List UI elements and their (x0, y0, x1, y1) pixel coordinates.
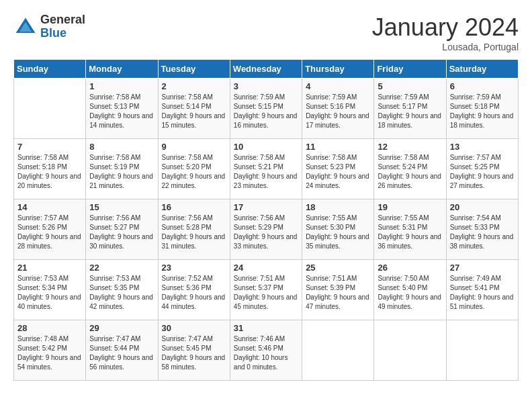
day-number: 25 (306, 263, 370, 273)
header-tuesday: Tuesday (158, 60, 230, 79)
month-title: January 2024 (372, 13, 519, 42)
day-number: 22 (89, 263, 154, 273)
day-detail: Sunrise: 7:58 AM Sunset: 5:18 PM Dayligh… (17, 153, 82, 191)
day-number: 1 (89, 81, 154, 91)
calendar-table: SundayMondayTuesdayWednesdayThursdayFrid… (13, 59, 519, 381)
calendar-cell: 17Sunrise: 7:56 AM Sunset: 5:29 PM Dayli… (230, 199, 302, 260)
logo-text: General Blue (40, 13, 85, 40)
calendar-cell: 3Sunrise: 7:59 AM Sunset: 5:15 PM Daylig… (230, 79, 302, 139)
calendar-header: SundayMondayTuesdayWednesdayThursdayFrid… (14, 60, 519, 79)
day-number: 17 (234, 202, 298, 212)
header-friday: Friday (374, 60, 446, 79)
day-number: 7 (17, 142, 82, 152)
location: Lousada, Portugal (372, 42, 519, 52)
day-number: 6 (450, 81, 515, 91)
day-number: 30 (162, 323, 226, 333)
title-block: January 2024 Lousada, Portugal (372, 13, 519, 52)
day-detail: Sunrise: 7:58 AM Sunset: 5:20 PM Dayligh… (162, 153, 226, 191)
day-number: 18 (306, 202, 370, 212)
day-number: 5 (378, 81, 442, 91)
day-detail: Sunrise: 7:46 AM Sunset: 5:46 PM Dayligh… (234, 334, 298, 372)
day-number: 31 (234, 323, 298, 333)
day-detail: Sunrise: 7:58 AM Sunset: 5:21 PM Dayligh… (234, 153, 298, 191)
header-monday: Monday (86, 60, 158, 79)
calendar-cell: 9Sunrise: 7:58 AM Sunset: 5:20 PM Daylig… (158, 139, 230, 199)
calendar-cell: 21Sunrise: 7:53 AM Sunset: 5:34 PM Dayli… (14, 260, 86, 320)
calendar-cell: 19Sunrise: 7:55 AM Sunset: 5:31 PM Dayli… (374, 199, 446, 260)
logo-general-text: General (40, 13, 85, 27)
day-detail: Sunrise: 7:56 AM Sunset: 5:29 PM Dayligh… (234, 214, 298, 251)
calendar-cell: 11Sunrise: 7:58 AM Sunset: 5:23 PM Dayli… (302, 139, 374, 199)
header-saturday: Saturday (446, 60, 518, 79)
day-detail: Sunrise: 7:53 AM Sunset: 5:35 PM Dayligh… (89, 274, 154, 312)
calendar-cell: 26Sunrise: 7:50 AM Sunset: 5:40 PM Dayli… (374, 260, 446, 320)
day-number: 21 (17, 263, 82, 273)
day-number: 2 (162, 81, 226, 91)
calendar-cell: 6Sunrise: 7:59 AM Sunset: 5:18 PM Daylig… (446, 79, 518, 139)
header-row: SundayMondayTuesdayWednesdayThursdayFrid… (14, 60, 519, 79)
calendar-cell: 18Sunrise: 7:55 AM Sunset: 5:30 PM Dayli… (302, 199, 374, 260)
day-detail: Sunrise: 7:59 AM Sunset: 5:15 PM Dayligh… (234, 93, 298, 130)
day-number: 13 (450, 142, 515, 152)
day-detail: Sunrise: 7:59 AM Sunset: 5:17 PM Dayligh… (378, 93, 442, 130)
day-detail: Sunrise: 7:57 AM Sunset: 5:25 PM Dayligh… (450, 153, 515, 191)
day-detail: Sunrise: 7:56 AM Sunset: 5:27 PM Dayligh… (89, 214, 154, 251)
calendar-cell: 23Sunrise: 7:52 AM Sunset: 5:36 PM Dayli… (158, 260, 230, 320)
calendar-cell: 12Sunrise: 7:58 AM Sunset: 5:24 PM Dayli… (374, 139, 446, 199)
day-detail: Sunrise: 7:58 AM Sunset: 5:19 PM Dayligh… (89, 153, 154, 191)
calendar-cell (446, 320, 518, 381)
week-row-0: 1Sunrise: 7:58 AM Sunset: 5:13 PM Daylig… (14, 79, 519, 139)
day-number: 3 (234, 81, 298, 91)
day-detail: Sunrise: 7:49 AM Sunset: 5:41 PM Dayligh… (450, 274, 515, 312)
day-number: 27 (450, 263, 515, 273)
calendar-cell: 1Sunrise: 7:58 AM Sunset: 5:13 PM Daylig… (86, 79, 158, 139)
calendar-cell: 2Sunrise: 7:58 AM Sunset: 5:14 PM Daylig… (158, 79, 230, 139)
day-detail: Sunrise: 7:53 AM Sunset: 5:34 PM Dayligh… (17, 274, 82, 312)
day-detail: Sunrise: 7:58 AM Sunset: 5:13 PM Dayligh… (89, 93, 154, 130)
day-detail: Sunrise: 7:55 AM Sunset: 5:30 PM Dayligh… (306, 214, 370, 251)
day-detail: Sunrise: 7:59 AM Sunset: 5:18 PM Dayligh… (450, 93, 515, 130)
day-detail: Sunrise: 7:56 AM Sunset: 5:28 PM Dayligh… (162, 214, 226, 251)
calendar-cell (14, 79, 86, 139)
header-wednesday: Wednesday (230, 60, 302, 79)
day-detail: Sunrise: 7:54 AM Sunset: 5:33 PM Dayligh… (450, 214, 515, 251)
day-number: 26 (378, 263, 442, 273)
day-number: 8 (89, 142, 154, 152)
header-sunday: Sunday (14, 60, 86, 79)
week-row-1: 7Sunrise: 7:58 AM Sunset: 5:18 PM Daylig… (14, 139, 519, 199)
header-thursday: Thursday (302, 60, 374, 79)
calendar-cell: 22Sunrise: 7:53 AM Sunset: 5:35 PM Dayli… (86, 260, 158, 320)
calendar-cell: 20Sunrise: 7:54 AM Sunset: 5:33 PM Dayli… (446, 199, 518, 260)
calendar-cell: 4Sunrise: 7:59 AM Sunset: 5:16 PM Daylig… (302, 79, 374, 139)
calendar-cell: 27Sunrise: 7:49 AM Sunset: 5:41 PM Dayli… (446, 260, 518, 320)
day-number: 14 (17, 202, 82, 212)
day-number: 16 (162, 202, 226, 212)
calendar-cell: 15Sunrise: 7:56 AM Sunset: 5:27 PM Dayli… (86, 199, 158, 260)
day-number: 28 (17, 323, 82, 333)
logo-blue-text: Blue (40, 27, 85, 40)
week-row-4: 28Sunrise: 7:48 AM Sunset: 5:42 PM Dayli… (14, 320, 519, 381)
day-detail: Sunrise: 7:50 AM Sunset: 5:40 PM Dayligh… (378, 274, 442, 312)
day-number: 9 (162, 142, 226, 152)
day-number: 20 (450, 202, 515, 212)
calendar-cell: 10Sunrise: 7:58 AM Sunset: 5:21 PM Dayli… (230, 139, 302, 199)
calendar-cell: 31Sunrise: 7:46 AM Sunset: 5:46 PM Dayli… (230, 320, 302, 381)
day-detail: Sunrise: 7:58 AM Sunset: 5:23 PM Dayligh… (306, 153, 370, 191)
calendar-cell (374, 320, 446, 381)
calendar-cell: 14Sunrise: 7:57 AM Sunset: 5:26 PM Dayli… (14, 199, 86, 260)
logo-icon (13, 15, 38, 39)
calendar-cell: 8Sunrise: 7:58 AM Sunset: 5:19 PM Daylig… (86, 139, 158, 199)
calendar-body: 1Sunrise: 7:58 AM Sunset: 5:13 PM Daylig… (14, 79, 519, 381)
day-detail: Sunrise: 7:59 AM Sunset: 5:16 PM Dayligh… (306, 93, 370, 130)
logo: General Blue (13, 13, 85, 40)
day-number: 10 (234, 142, 298, 152)
day-number: 24 (234, 263, 298, 273)
day-number: 29 (89, 323, 154, 333)
day-detail: Sunrise: 7:51 AM Sunset: 5:37 PM Dayligh… (234, 274, 298, 312)
day-number: 19 (378, 202, 442, 212)
week-row-2: 14Sunrise: 7:57 AM Sunset: 5:26 PM Dayli… (14, 199, 519, 260)
day-detail: Sunrise: 7:55 AM Sunset: 5:31 PM Dayligh… (378, 214, 442, 251)
day-detail: Sunrise: 7:52 AM Sunset: 5:36 PM Dayligh… (162, 274, 226, 312)
day-detail: Sunrise: 7:58 AM Sunset: 5:24 PM Dayligh… (378, 153, 442, 191)
day-number: 12 (378, 142, 442, 152)
